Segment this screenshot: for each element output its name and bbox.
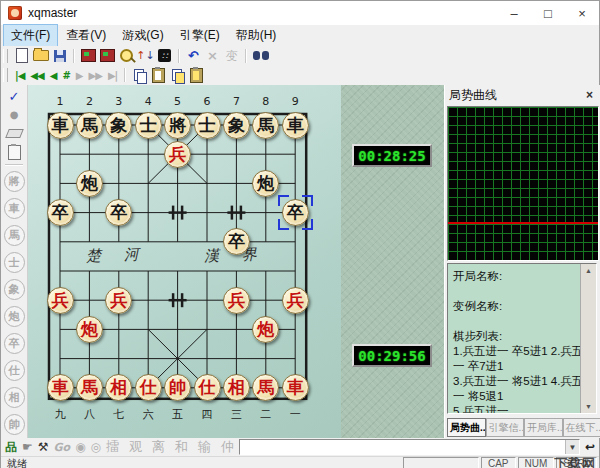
nav-fastforward-button[interactable]: ▶▶ bbox=[86, 70, 105, 81]
engine1-button[interactable] bbox=[79, 47, 98, 64]
hand-icon[interactable]: ☛ bbox=[22, 441, 33, 453]
board-piece[interactable]: 馬 bbox=[76, 374, 103, 401]
toolbar-grip[interactable] bbox=[3, 68, 8, 82]
board-piece[interactable]: 兵 bbox=[223, 287, 250, 314]
board-piece[interactable]: 卒 bbox=[223, 228, 250, 255]
board-piece[interactable]: 象 bbox=[223, 112, 250, 139]
nav-first-button[interactable]: |◀ bbox=[12, 70, 27, 81]
copy-fen-button[interactable] bbox=[168, 67, 187, 84]
delete-button[interactable]: × bbox=[203, 47, 222, 64]
paste-button[interactable] bbox=[149, 67, 168, 84]
tools-icon[interactable]: ⚒ bbox=[38, 441, 49, 453]
toolbar-grip[interactable] bbox=[3, 49, 8, 63]
board-piece[interactable]: 士 bbox=[194, 112, 221, 139]
confirm-button[interactable]: ✓ bbox=[3, 87, 25, 106]
board-piece[interactable]: 兵 bbox=[164, 141, 191, 168]
menu-item-engine[interactable]: 引擎(E) bbox=[173, 25, 227, 46]
online-action-label[interactable]: 离 bbox=[152, 438, 165, 456]
menu-item-help[interactable]: 帮助(H) bbox=[229, 25, 284, 46]
board-piece[interactable]: 車 bbox=[282, 374, 309, 401]
board-piece[interactable]: 炮 bbox=[252, 170, 279, 197]
board-piece[interactable]: 兵 bbox=[105, 287, 132, 314]
online-action-label[interactable]: 输 bbox=[198, 438, 211, 456]
place-piece-button[interactable]: 相 bbox=[4, 387, 25, 408]
variation-button[interactable]: 变 bbox=[222, 47, 241, 64]
board-piece[interactable]: 車 bbox=[47, 112, 74, 139]
board-piece[interactable]: 馬 bbox=[252, 112, 279, 139]
board-style-button[interactable]: ∷ bbox=[155, 47, 174, 64]
engine2-button[interactable] bbox=[98, 47, 117, 64]
tab-opening-book[interactable]: 开局库... bbox=[524, 418, 563, 437]
go-button[interactable]: Go bbox=[54, 442, 71, 453]
place-piece-button[interactable]: 帥 bbox=[4, 414, 25, 435]
dropdown-icon[interactable]: ▼ bbox=[565, 440, 579, 454]
observe-icon[interactable]: ◎ bbox=[91, 441, 101, 453]
paste-fen-button[interactable] bbox=[187, 67, 206, 84]
place-piece-button[interactable]: 象 bbox=[4, 279, 25, 300]
board-piece[interactable]: 炮 bbox=[76, 170, 103, 197]
place-piece-button[interactable]: 炮 bbox=[4, 306, 25, 327]
save-button[interactable] bbox=[50, 47, 69, 64]
search-button[interactable] bbox=[251, 47, 270, 64]
board-piece[interactable]: 卒 bbox=[47, 199, 74, 226]
new-button[interactable] bbox=[12, 47, 31, 64]
board-piece[interactable]: 仕 bbox=[194, 374, 221, 401]
place-piece-button[interactable]: 卒 bbox=[4, 333, 25, 354]
nav-back-button[interactable]: ◀ bbox=[47, 70, 60, 81]
tab-curve[interactable]: 局势曲... bbox=[447, 418, 486, 437]
board-piece[interactable]: 兵 bbox=[47, 287, 74, 314]
minimize-button[interactable]: – bbox=[497, 1, 531, 25]
watch-icon[interactable]: ◉ bbox=[75, 441, 85, 453]
close-button[interactable]: × bbox=[565, 1, 599, 25]
undo-button[interactable]: ↶ bbox=[184, 47, 203, 64]
nav-forward-button[interactable]: ▶ bbox=[73, 70, 86, 81]
xiangqi-board[interactable]: 123456789 九八七六五四三二一 楚 河 漢 界 車馬象士將士象馬車兵炮炮… bbox=[28, 85, 341, 438]
online-action-label[interactable]: 和 bbox=[175, 438, 188, 456]
open-button[interactable] bbox=[31, 47, 50, 64]
board-piece[interactable]: 士 bbox=[135, 112, 162, 139]
online-action-label[interactable]: 擂 bbox=[106, 438, 119, 456]
tab-online[interactable]: 在线下... bbox=[563, 418, 600, 437]
copy-icon bbox=[134, 69, 146, 82]
maximize-button[interactable]: □ bbox=[531, 1, 565, 25]
erase-button[interactable] bbox=[3, 125, 25, 144]
place-piece-button[interactable]: 馬 bbox=[4, 225, 25, 246]
scroll-down-icon[interactable]: ▼ bbox=[585, 400, 592, 413]
board-piece[interactable]: 炮 bbox=[76, 316, 103, 343]
chat-combobox[interactable]: ▼ bbox=[239, 439, 580, 455]
clipboard-button[interactable] bbox=[3, 143, 25, 162]
reply-icon[interactable]: ↩ bbox=[585, 441, 595, 453]
menu-item-game[interactable]: 游戏(G) bbox=[115, 25, 170, 46]
board-piece[interactable]: 馬 bbox=[76, 112, 103, 139]
board-piece[interactable]: 仕 bbox=[135, 374, 162, 401]
place-piece-button[interactable]: 將 bbox=[4, 171, 25, 192]
nav-rewind-button[interactable]: ◀◀ bbox=[27, 70, 46, 81]
network-icon[interactable]: 品 bbox=[5, 441, 17, 453]
board-piece[interactable]: 相 bbox=[223, 374, 250, 401]
menu-item-view[interactable]: 查看(V) bbox=[59, 25, 113, 46]
online-action-label[interactable]: 仲 bbox=[221, 438, 234, 456]
online-action-label[interactable]: 观 bbox=[129, 438, 142, 456]
save-floppy-icon bbox=[54, 50, 66, 62]
board-piece[interactable]: 車 bbox=[47, 374, 74, 401]
scrollbar[interactable]: ▲ ▼ bbox=[580, 264, 596, 413]
nav-last-button[interactable]: ▶| bbox=[105, 70, 120, 81]
analyze-button[interactable] bbox=[117, 47, 136, 64]
menu-item-file[interactable]: 文件(F) bbox=[4, 25, 57, 46]
panel-close-icon[interactable]: × bbox=[583, 88, 596, 102]
point-button[interactable]: ● bbox=[3, 106, 25, 125]
board-piece[interactable]: 炮 bbox=[252, 316, 279, 343]
board-piece[interactable]: 卒 bbox=[282, 199, 309, 226]
tab-engine-info[interactable]: 引擎信... bbox=[486, 418, 525, 437]
board-piece[interactable]: 象 bbox=[105, 112, 132, 139]
place-piece-button[interactable]: 仕 bbox=[4, 360, 25, 381]
place-piece-button[interactable]: 車 bbox=[4, 198, 25, 219]
place-piece-button[interactable]: 士 bbox=[4, 252, 25, 273]
scroll-up-icon[interactable]: ▲ bbox=[585, 264, 592, 277]
board-piece[interactable]: 將 bbox=[164, 112, 191, 139]
nav-moves-button[interactable]: # bbox=[59, 70, 72, 81]
flip-board-button[interactable]: ↑↓ bbox=[136, 47, 155, 64]
copy-button[interactable] bbox=[130, 67, 149, 84]
board-piece[interactable]: 車 bbox=[282, 112, 309, 139]
board-piece[interactable]: 兵 bbox=[282, 287, 309, 314]
